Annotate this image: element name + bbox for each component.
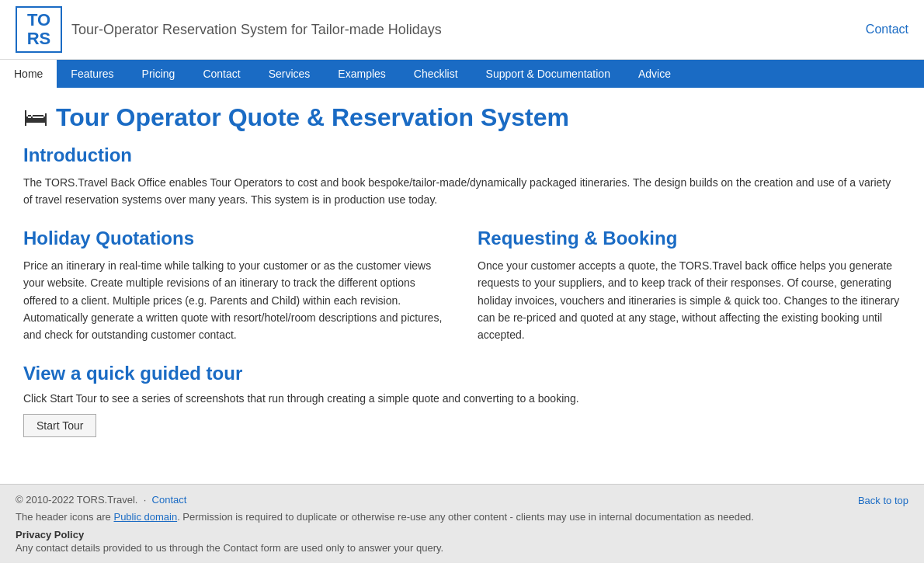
guided-tour-section: View a quick guided tour Click Start Tou…	[23, 363, 901, 437]
site-tagline: Tour-Operator Reservation System for Tai…	[71, 22, 442, 38]
header-left: TO RS Tour-Operator Reservation System f…	[16, 6, 442, 53]
nav-item-checklist[interactable]: Checklist	[400, 60, 472, 88]
requesting-booking-heading: Requesting & Booking	[478, 228, 901, 249]
introduction-text: The TORS.Travel Back Office enables Tour…	[23, 174, 901, 209]
main-content: 🛏 Tour Operator Quote & Reservation Syst…	[0, 88, 924, 468]
footer-copyright: © 2010-2022 TORS.Travel.	[16, 494, 137, 506]
privacy-policy-text: Any contact details provided to us throu…	[16, 542, 908, 554]
site-header: TO RS Tour-Operator Reservation System f…	[0, 0, 924, 60]
footer-contact-link[interactable]: Contact	[152, 494, 187, 506]
introduction-heading: Introduction	[23, 144, 901, 166]
nav-item-advice[interactable]: Advice	[624, 60, 685, 88]
start-tour-button[interactable]: Start Tour	[23, 414, 96, 437]
nav-item-examples[interactable]: Examples	[324, 60, 399, 88]
bed-icon: 🛏	[23, 103, 48, 132]
nav-item-support[interactable]: Support & Documentation	[472, 60, 624, 88]
nav-item-home[interactable]: Home	[0, 60, 57, 88]
privacy-policy-title: Privacy Policy	[16, 529, 908, 541]
requesting-booking-col: Requesting & Booking Once your customer …	[478, 228, 901, 344]
introduction-section: Introduction The TORS.Travel Back Office…	[23, 144, 901, 209]
footer-right: Back to top	[858, 494, 908, 506]
footer-top: © 2010-2022 TORS.Travel. · Contact Back …	[16, 494, 908, 506]
site-footer: © 2010-2022 TORS.Travel. · Contact Back …	[0, 484, 924, 563]
two-col-section: Holiday Quotations Price an itinerary in…	[23, 228, 901, 344]
header-contact-link[interactable]: Contact	[866, 23, 908, 36]
nav-item-pricing[interactable]: Pricing	[128, 60, 189, 88]
guided-tour-description: Click Start Tour to see a series of scre…	[23, 392, 901, 405]
public-domain-link[interactable]: Public domain	[113, 511, 177, 523]
guided-tour-heading: View a quick guided tour	[23, 363, 901, 384]
logo: TO RS	[16, 6, 62, 53]
footer-icons-text: The header icons are Public domain. Perm…	[16, 511, 908, 523]
holiday-quotations-heading: Holiday Quotations	[23, 228, 446, 249]
nav-item-features[interactable]: Features	[57, 60, 127, 88]
logo-text: TO RS	[27, 11, 51, 48]
requesting-booking-text: Once your customer accepts a quote, the …	[478, 257, 901, 344]
nav-item-contact[interactable]: Contact	[189, 60, 254, 88]
back-to-top-link[interactable]: Back to top	[858, 495, 908, 506]
holiday-quotations-col: Holiday Quotations Price an itinerary in…	[23, 228, 446, 344]
page-title: Tour Operator Quote & Reservation System	[56, 103, 569, 132]
page-title-section: 🛏 Tour Operator Quote & Reservation Syst…	[23, 103, 901, 132]
nav-item-services[interactable]: Services	[255, 60, 325, 88]
holiday-quotations-text: Price an itinerary in real-time while ta…	[23, 257, 446, 344]
main-nav: Home Features Pricing Contact Services E…	[0, 60, 924, 88]
footer-copyright-section: © 2010-2022 TORS.Travel. · Contact	[16, 494, 186, 506]
